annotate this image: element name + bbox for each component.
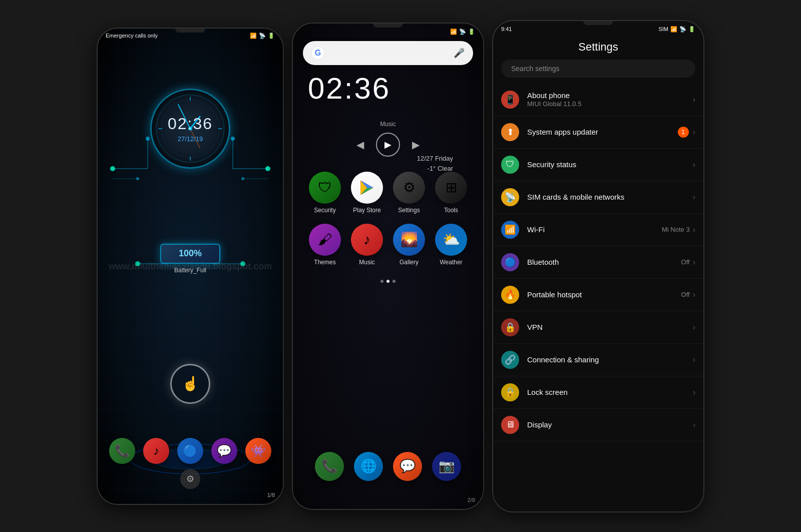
setting-vpn[interactable]: 🔒 VPN › bbox=[493, 311, 703, 344]
setting-display[interactable]: 🖥 Display › bbox=[493, 409, 703, 441]
wifi-arrow: › bbox=[693, 225, 695, 234]
dock-reddit[interactable]: 👾 bbox=[245, 438, 271, 464]
music-icon: ♪ bbox=[351, 224, 383, 256]
music-section: Music ◀ ▶ ▶ bbox=[293, 121, 483, 157]
svg-point-6 bbox=[146, 137, 150, 141]
wifi-value: Mi Note 3 bbox=[662, 226, 690, 233]
dock-chat2[interactable]: 💬 bbox=[393, 452, 422, 481]
dock-browser[interactable]: 🔵 bbox=[177, 438, 203, 464]
sim-arrow: › bbox=[693, 193, 695, 202]
home-clock-area: 02:36 bbox=[308, 71, 483, 106]
setting-sim-cards[interactable]: 📡 SIM cards & mobile networks › bbox=[493, 181, 703, 214]
playstore-label: Play Store bbox=[353, 207, 380, 214]
hotspot-arrow: › bbox=[693, 290, 695, 299]
setting-connection[interactable]: 🔗 Connection & sharing › bbox=[493, 344, 703, 376]
play-button[interactable]: ▶ bbox=[376, 133, 400, 157]
hotspot-value: Off bbox=[681, 291, 690, 298]
system-apps-badge: 1 bbox=[678, 127, 689, 138]
sim-name: SIM cards & mobile networks bbox=[527, 193, 693, 201]
weather-icon: ⛅ bbox=[435, 224, 467, 256]
svg-point-13 bbox=[241, 177, 244, 180]
connection-arrow: › bbox=[693, 355, 695, 364]
system-apps-text: System apps updater bbox=[527, 128, 678, 136]
tools-label: Tools bbox=[444, 207, 458, 214]
display-text: Display bbox=[527, 420, 693, 429]
phone2-status-bar: 📶 📡 🔋 bbox=[293, 24, 483, 35]
phone-dock-icon: 📞 bbox=[315, 452, 344, 481]
phone3-screen: 9:41 SIM 📶 📡 🔋 Settings Search settings … bbox=[493, 21, 703, 511]
setting-bluetooth[interactable]: 🔵 Bluetooth Off › bbox=[493, 246, 703, 279]
app-settings[interactable]: ⚙ Settings bbox=[392, 172, 426, 214]
search-settings-bar[interactable]: Search settings bbox=[501, 60, 695, 78]
settings-list: 📱 About phone MIUI Global 11.0.5 › ⬆ Sys… bbox=[493, 84, 703, 504]
next-button[interactable]: ▶ bbox=[412, 139, 420, 151]
touch-icon: ☝ bbox=[182, 375, 199, 392]
setting-about-phone[interactable]: 📱 About phone MIUI Global 11.0.5 › bbox=[493, 84, 703, 116]
setting-hotspot[interactable]: 🔥 Portable hotspot Off › bbox=[493, 279, 703, 311]
about-phone-value: MIUI Global 11.0.5 bbox=[527, 100, 693, 108]
app-gallery[interactable]: 🌄 Gallery bbox=[392, 224, 426, 266]
clock-date: 27/12/19 bbox=[168, 135, 213, 143]
signal-icon: 📶 bbox=[250, 33, 257, 39]
dot-1 bbox=[380, 280, 383, 283]
dock-camera2[interactable]: 📷 bbox=[432, 452, 461, 481]
dock-phone2[interactable]: 📞 bbox=[315, 452, 344, 481]
battery2-icon: 🔋 bbox=[468, 29, 475, 35]
about-phone-arrow: › bbox=[693, 95, 695, 104]
security-status-arrow: › bbox=[693, 160, 695, 169]
setting-lockscreen[interactable]: 🔒 Lock screen › bbox=[493, 376, 703, 409]
themes-icon: 🖌 bbox=[309, 224, 341, 256]
settings-icon: ⚙ bbox=[393, 172, 425, 204]
phones-container: Emergency calls only 📶 📡 🔋 bbox=[0, 0, 801, 532]
prev-button[interactable]: ◀ bbox=[356, 139, 364, 151]
home-time: 02:36 bbox=[308, 71, 483, 106]
wifi-name: Wi-Fi bbox=[527, 225, 662, 234]
music-label: Music bbox=[293, 121, 483, 128]
dock-phone[interactable]: 📞 bbox=[109, 438, 135, 464]
vpn-icon: 🔒 bbox=[501, 318, 519, 336]
music-player: ◀ ▶ ▶ bbox=[293, 133, 483, 157]
security-status-name: Security status bbox=[527, 160, 693, 169]
svg-point-11 bbox=[265, 166, 270, 171]
about-phone-text: About phone MIUI Global 11.0.5 bbox=[527, 91, 693, 108]
svg-point-17 bbox=[240, 261, 245, 266]
setting-system-apps[interactable]: ⬆ System apps updater 1 › bbox=[493, 116, 703, 149]
svg-point-5 bbox=[110, 166, 115, 171]
dock-browser2[interactable]: 🌐 bbox=[354, 452, 383, 481]
display-arrow: › bbox=[693, 420, 695, 429]
bluetooth-value: Off bbox=[681, 258, 690, 266]
bottom-dock: 📞 🌐 💬 📷 bbox=[293, 444, 483, 489]
app-themes[interactable]: 🖌 Themes bbox=[308, 224, 342, 266]
app-music[interactable]: ♪ Music bbox=[350, 224, 384, 266]
setting-wifi[interactable]: 📶 Wi-Fi Mi Note 3 › bbox=[493, 214, 703, 246]
app-tools[interactable]: ⊞ Tools bbox=[434, 172, 468, 214]
vpn-text: VPN bbox=[527, 323, 693, 331]
gallery-icon: 🌄 bbox=[393, 224, 425, 256]
phone1-status-bar: Emergency calls only 📶 📡 🔋 bbox=[98, 29, 283, 39]
app-security[interactable]: 🛡 Security bbox=[308, 172, 342, 214]
dock-music[interactable]: ♪ bbox=[143, 438, 169, 464]
settings-gear-dock[interactable]: ⚙ bbox=[180, 469, 200, 489]
app-grid-row2: 🖌 Themes ♪ Music 🌄 Gallery ⛅ Weather bbox=[293, 224, 483, 276]
about-phone-name: About phone bbox=[527, 91, 693, 100]
themes-label: Themes bbox=[314, 259, 335, 266]
wifi-p3: 📡 bbox=[679, 26, 686, 33]
sim-icon-p3: SIM bbox=[658, 26, 668, 32]
tools-icon: ⊞ bbox=[435, 172, 467, 204]
lockscreen-icon: 🔒 bbox=[501, 383, 519, 401]
connection-text: Connection & sharing bbox=[527, 355, 693, 364]
search-bar[interactable]: G 🎤 bbox=[303, 41, 473, 65]
phone1-screen: Emergency calls only 📶 📡 🔋 bbox=[98, 29, 283, 504]
vpn-name: VPN bbox=[527, 323, 693, 331]
dock-chat[interactable]: 💬 bbox=[211, 438, 237, 464]
chat-dock-icon: 💬 bbox=[393, 452, 422, 481]
wifi-icon: 📡 bbox=[259, 33, 266, 39]
mic-icon[interactable]: 🎤 bbox=[453, 47, 465, 59]
app-playstore[interactable]: Play Store bbox=[350, 172, 384, 214]
sim-icon: 📡 bbox=[501, 188, 519, 206]
vpn-arrow: › bbox=[693, 323, 695, 332]
music-app-label: Music bbox=[359, 259, 374, 266]
app-weather[interactable]: ⛅ Weather bbox=[434, 224, 468, 266]
setting-security-status[interactable]: 🛡 Security status › bbox=[493, 149, 703, 181]
touch-button[interactable]: ☝ bbox=[170, 364, 210, 404]
